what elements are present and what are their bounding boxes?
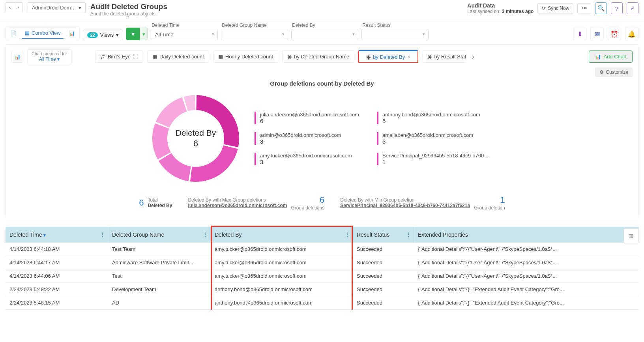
column-settings-icon[interactable]: ▥ xyxy=(623,228,638,243)
views-count: 22 xyxy=(87,32,97,38)
tab-by-group[interactable]: ◉ by Deleted Group Name xyxy=(282,50,354,63)
nav-forward-icon[interactable]: › xyxy=(14,3,22,12)
donut-chart: Deleted By 6 xyxy=(149,92,243,185)
pie-icon: ◉ xyxy=(366,54,371,60)
legend-item[interactable]: ameliaben@o365droid.onmicrosoft.com3 xyxy=(377,132,495,145)
sync-now-button[interactable]: ⟳Sync Now xyxy=(537,3,573,13)
col-menu-icon: ⋮ xyxy=(406,232,411,238)
table-row[interactable]: 4/14/2023 6:44:18 AMTest Teamamy.tucker@… xyxy=(6,243,638,256)
col-menu-icon: ⋮ xyxy=(100,232,105,238)
bar-chart-icon: ▦ xyxy=(152,54,157,60)
page-subtitle: Audit the deleted group objects. xyxy=(90,11,167,17)
cell-status: Succeeded xyxy=(353,296,414,309)
table-row[interactable]: 4/14/2023 6:44:17 AMAdminware Software P… xyxy=(6,256,638,269)
table-row[interactable]: 4/14/2023 6:44:06 AMTestamy.tucker@o365d… xyxy=(6,269,638,283)
org-name: AdminDroid Dem… xyxy=(32,5,76,11)
chevron-down-icon: ▾ xyxy=(79,5,81,11)
col-result-status[interactable]: Result Status⋮ xyxy=(353,227,414,243)
pie-icon: ◉ xyxy=(427,54,432,60)
legend-item[interactable]: anthony.bond@o365droid.onmicrosoft.com5 xyxy=(377,112,495,124)
cell-time: 2/24/2023 5:48:22 AM xyxy=(6,283,108,296)
customize-button[interactable]: ⚙Customize xyxy=(595,67,633,77)
col-deleted-by[interactable]: Deleted By⋮ xyxy=(211,227,353,243)
legend-item[interactable]: ServicePrincipal_929364b5-5b18-43c9-b760… xyxy=(377,153,495,165)
doc-icon[interactable]: 📄 xyxy=(7,27,20,39)
filter-button[interactable]: ▼ xyxy=(126,28,140,40)
col-menu-icon: ⋮ xyxy=(202,232,208,238)
filter-deleted-by: Deleted By xyxy=(291,22,358,40)
cell-ext: {"Additional Details":"{}","Extended Aud… xyxy=(414,283,638,296)
filter-result-status: Result Status xyxy=(361,22,429,40)
sort-icon: ▾ xyxy=(43,232,46,238)
cell-ext: {"Additional Details":"{}","Extended Aud… xyxy=(414,296,638,309)
cell-by: anthony.bond@o365droid.onmicrosoft.com xyxy=(211,296,353,309)
chart-legend: julia.anderson@o365droid.onmicrosoft.com… xyxy=(255,112,495,165)
tab-hourly[interactable]: ▦ Hourly Deleted count xyxy=(213,50,278,63)
filter-dropdown-button[interactable]: ▾ xyxy=(140,28,148,40)
views-button[interactable]: 22 Views ▾ xyxy=(83,30,123,40)
cell-by: anthony.bond@o365droid.onmicrosoft.com xyxy=(211,283,353,296)
chevron-down-icon: ▾ xyxy=(116,32,119,38)
tab-by-deleted-by[interactable]: ◉ by Deleted By × xyxy=(358,50,418,63)
alarm-icon[interactable]: ⏰ xyxy=(608,28,621,40)
nav-back-icon[interactable]: ‹ xyxy=(6,3,14,12)
close-icon[interactable]: × xyxy=(407,54,410,60)
legend-item[interactable]: admin@o365droid.onmicrosoft.com3 xyxy=(255,132,365,145)
bar-chart-icon: ▦ xyxy=(218,54,223,60)
chart-summary: 6 TotalDeleted By Deleted By with Max Gr… xyxy=(11,195,633,211)
cell-status: Succeeded xyxy=(353,256,414,269)
expand-icon: ⛶ xyxy=(133,54,138,60)
tab-birds-eye[interactable]: 🕊 Bird's Eye ⛶ xyxy=(95,50,143,63)
sync-status: Audit Data Last synced on: 3 minutes ago xyxy=(467,2,534,14)
mail-icon[interactable]: ✉ xyxy=(590,28,604,40)
download-icon[interactable]: ⬇ xyxy=(573,28,586,40)
cell-time: 2/24/2023 5:48:15 AM xyxy=(6,296,108,309)
cell-time: 4/14/2023 6:44:06 AM xyxy=(6,269,108,282)
combo-view-tab[interactable]: ▦ Combo View xyxy=(22,28,64,39)
chart-area: 📊 Chart prepared for All Time ▾ 🕊 Bird's… xyxy=(6,44,638,218)
cell-name: AD xyxy=(108,296,211,309)
deleted-time-select[interactable]: All Time xyxy=(151,29,218,40)
topbar: ‹ › AdminDroid Dem… ▾ Audit Deleted Grou… xyxy=(0,0,644,19)
tab-daily[interactable]: ▦ Daily Deleted count xyxy=(147,50,209,63)
bell-icon[interactable]: 🔔 xyxy=(625,28,638,40)
deleted-by-select[interactable] xyxy=(291,29,358,40)
cell-ext: {"Additional Details":"{\"User-Agent\":\… xyxy=(414,243,638,256)
chart-add-icon: 📊 xyxy=(595,54,601,60)
funnel-icon: ▼ xyxy=(131,31,136,37)
chart-mode-icon[interactable]: 📊 xyxy=(11,51,23,63)
add-chart-button[interactable]: 📊 Add Chart xyxy=(589,50,633,63)
cell-name: Test xyxy=(108,269,211,282)
cell-by: amy.tucker@o365droid.onmicrosoft.com xyxy=(211,243,353,256)
col-deleted-time[interactable]: Deleted Time▾⋮ xyxy=(6,227,108,243)
col-extended-props[interactable]: Extended Properties xyxy=(414,227,638,243)
table-row[interactable]: 2/24/2023 5:48:22 AMDevelopment Teamanth… xyxy=(6,283,638,296)
view-switcher: 📄 ▦ Combo View 📊 xyxy=(6,26,80,40)
result-status-select[interactable] xyxy=(361,29,429,40)
col-group-name[interactable]: Deleted Group Name⋮ xyxy=(108,227,211,243)
scroll-right-icon[interactable]: › xyxy=(470,52,476,61)
search-icon[interactable]: 🔍 xyxy=(595,2,607,14)
page-title-block: Audit Deleted Groups Audit the deleted g… xyxy=(90,2,167,17)
group-name-select[interactable] xyxy=(221,29,288,40)
legend-item[interactable]: julia.anderson@o365droid.onmicrosoft.com… xyxy=(255,112,365,124)
cell-status: Succeeded xyxy=(353,269,414,282)
table-row[interactable]: 2/24/2023 5:48:15 AMADanthony.bond@o365d… xyxy=(6,296,638,310)
chart-prepared-for[interactable]: Chart prepared for All Time ▾ xyxy=(27,49,71,64)
nav-arrows: ‹ › xyxy=(6,2,23,12)
filter-group-name: Deleted Group Name xyxy=(221,22,288,40)
chart-mode-icon[interactable]: 📊 xyxy=(65,27,79,39)
cell-name: Adminware Software Private Limit... xyxy=(108,256,211,269)
org-selector[interactable]: AdminDroid Dem… ▾ xyxy=(28,2,86,13)
legend-item[interactable]: amy.tucker@o365droid.onmicrosoft.com3 xyxy=(255,153,365,165)
refresh-icon: ⟳ xyxy=(542,6,546,11)
more-button[interactable]: ••• xyxy=(577,3,591,13)
tab-by-result[interactable]: ◉ by Result Stat xyxy=(422,50,466,63)
cell-time: 4/14/2023 6:44:17 AM xyxy=(6,256,108,269)
check-icon[interactable]: ✓ xyxy=(627,2,638,14)
data-table: Deleted Time▾⋮ Deleted Group Name⋮ Delet… xyxy=(6,227,638,310)
col-menu-icon: ⋮ xyxy=(344,232,350,238)
audit-data-label: Audit Data xyxy=(467,2,534,9)
help-icon[interactable]: ? xyxy=(611,2,623,14)
filter-deleted-time: Deleted Time All Time xyxy=(151,22,218,40)
